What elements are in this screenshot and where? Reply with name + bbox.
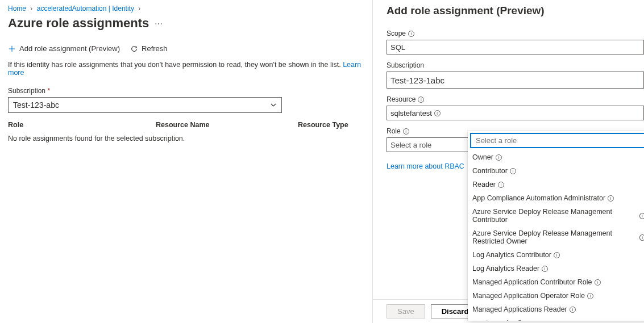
role-option[interactable]: App Compliance Automation Administratori [468, 191, 644, 205]
resource-select[interactable]: sqlstefantest i [387, 106, 644, 120]
role-option[interactable]: Log Analytics Contributori [468, 248, 644, 262]
role-option[interactable]: Managed Application Operator Rolei [468, 289, 644, 299]
main-content: Home › acceleratedAutomation | Identity … [0, 0, 372, 323]
panel-subscription-select[interactable]: Test-123-1abc [387, 72, 644, 89]
th-resource-type: Resource Type [298, 121, 348, 129]
breadcrumb-home[interactable]: Home [8, 5, 26, 12]
role-option-label: Azure Service Deploy Release Management … [472, 208, 637, 224]
info-icon[interactable]: i [542, 266, 548, 272]
info-icon[interactable]: i [434, 110, 441, 116]
role-option-label: App Compliance Automation Administrator [472, 194, 605, 202]
info-icon[interactable]: i [510, 168, 516, 174]
subscription-select[interactable]: Test-123-abc [8, 97, 282, 113]
role-option-label: Managed Application Operator Role [472, 292, 585, 299]
info-icon[interactable]: i [587, 293, 593, 299]
refresh-button[interactable]: Refresh [130, 44, 168, 53]
chevron-down-icon [270, 102, 277, 108]
plus-icon [8, 45, 16, 53]
info-icon[interactable]: i [408, 31, 414, 37]
panel-subscription-label: Subscription [387, 61, 644, 69]
info-icon[interactable]: i [639, 234, 644, 241]
role-list: OwneriContributoriReaderiApp Compliance … [468, 150, 644, 299]
breadcrumb: Home › acceleratedAutomation | Identity … [8, 5, 364, 12]
info-icon[interactable]: i [418, 97, 424, 103]
panel-subscription-value: Test-123-1abc [390, 75, 444, 85]
chevron-right-icon: › [30, 5, 32, 12]
more-actions-icon[interactable]: ⋯ [155, 19, 163, 28]
info-icon[interactable]: i [639, 213, 644, 219]
th-role: Role [8, 121, 156, 129]
role-option-label: Managed Application Contributor Role [472, 278, 592, 286]
info-icon[interactable]: i [554, 252, 560, 258]
info-icon[interactable]: i [608, 195, 614, 202]
empty-message: No role assignments found for the select… [8, 135, 364, 142]
role-option[interactable]: Readeri [468, 178, 644, 191]
refresh-label: Refresh [142, 44, 168, 53]
breadcrumb-identity[interactable]: acceleratedAutomation | Identity [37, 5, 134, 12]
save-button[interactable]: Save [387, 304, 425, 318]
info-text: If this identity has role assignments th… [8, 61, 364, 77]
add-role-assignment-label: Add role assignment (Preview) [19, 44, 120, 53]
toolbar: Add role assignment (Preview) Refresh [8, 44, 364, 53]
info-icon[interactable]: i [496, 154, 502, 161]
info-icon[interactable]: i [498, 182, 504, 188]
role-option-label: Reader [472, 181, 496, 188]
role-dropdown: OwneriContributoriReaderiApp Compliance … [468, 131, 644, 299]
role-option[interactable]: Log Analytics Readeri [468, 262, 644, 275]
chevron-right-icon: › [138, 5, 140, 12]
table-header: Role Resource Name Resource Type [8, 121, 364, 129]
role-option[interactable]: Managed Application Contributor Rolei [468, 275, 644, 289]
subscription-label: Subscription * [8, 87, 364, 95]
panel-title: Add role assignment (Preview) [387, 5, 644, 17]
role-option-label: Azure Service Deploy Release Management … [472, 229, 637, 245]
resource-value: sqlstefantest [390, 109, 432, 118]
role-option-label: Contributor [472, 167, 508, 175]
role-option-label: Owner [472, 153, 493, 161]
role-search-input[interactable] [475, 136, 643, 145]
role-search-box[interactable] [470, 133, 644, 148]
role-option-label: Log Analytics Reader [472, 265, 539, 272]
role-option-label: Log Analytics Contributor [472, 251, 551, 259]
resource-label: Resource i [387, 95, 644, 103]
refresh-icon [130, 45, 138, 53]
role-option[interactable]: Owneri [468, 150, 644, 164]
scope-select[interactable]: SQL [387, 40, 644, 54]
info-icon[interactable]: i [403, 128, 409, 135]
page-title: Azure role assignments [8, 16, 149, 31]
role-option[interactable]: Azure Service Deploy Release Management … [468, 205, 644, 226]
th-resource-name: Resource Name [156, 121, 298, 129]
scope-value: SQL [390, 43, 405, 52]
subscription-value: Test-123-abc [13, 100, 59, 110]
role-option[interactable]: Contributori [468, 164, 644, 178]
add-role-panel: Add role assignment (Preview) Scope i SQ… [372, 0, 644, 323]
info-icon[interactable]: i [595, 279, 601, 286]
rbac-learn-more-link[interactable]: Learn more about RBAC [387, 162, 464, 170]
role-placeholder: Select a role [390, 141, 431, 149]
add-role-assignment-button[interactable]: Add role assignment (Preview) [8, 44, 120, 53]
scope-label: Scope i [387, 30, 644, 37]
role-option[interactable]: Azure Service Deploy Release Management … [468, 226, 644, 248]
